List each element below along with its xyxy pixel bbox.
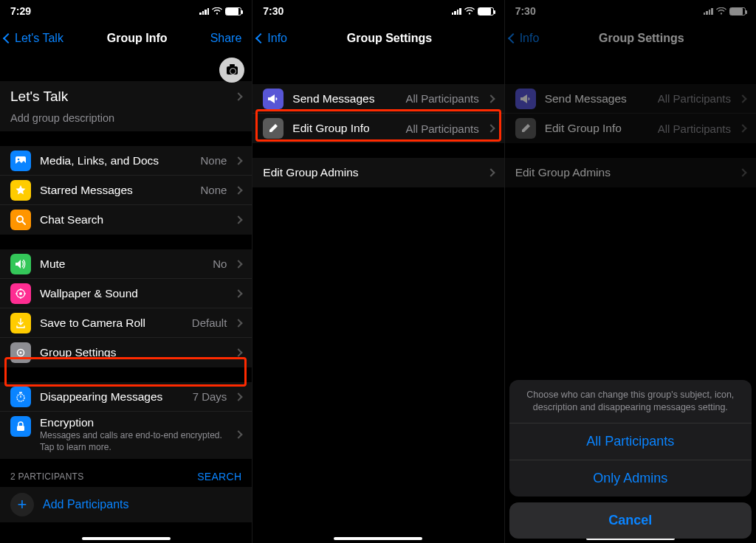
row-label: Mute — [40, 257, 204, 271]
timer-icon — [10, 387, 31, 407]
action-sheet: Choose who can change this group's subje… — [509, 380, 752, 539]
chevron-right-icon — [235, 92, 243, 100]
search-row[interactable]: Chat Search — [0, 205, 252, 235]
dimmed-background: 7:30 Info Group Settings Send Messages A… — [505, 0, 756, 187]
edit-admins-row: Edit Group Admins — [505, 158, 756, 187]
chevron-right-icon — [235, 319, 243, 327]
group-name: Let's Talk — [10, 89, 68, 105]
chevron-right-icon — [738, 124, 746, 132]
media-row[interactable]: Media, Links, and Docs None — [0, 146, 252, 176]
status-bar: 7:30 — [252, 0, 504, 22]
svg-point-5 — [19, 292, 22, 295]
phone-screen-2: 7:30 Info Group Settings Send Messages A… — [252, 0, 504, 543]
edit-group-info-row[interactable]: Edit Group Info All Participants — [252, 114, 504, 143]
signal-icon — [452, 7, 461, 15]
home-indicator[interactable] — [334, 537, 422, 540]
row-value: All Participants — [405, 92, 478, 105]
camera-icon — [227, 66, 238, 75]
sheet-description: Choose who can change this group's subje… — [509, 380, 752, 423]
chevron-left-icon — [508, 33, 518, 44]
encryption-row[interactable]: Encryption Messages and calls are end-to… — [0, 412, 252, 459]
row-label: Send Messages — [545, 92, 649, 106]
megaphone-icon — [263, 89, 284, 109]
chevron-right-icon — [235, 260, 243, 268]
home-indicator[interactable] — [82, 537, 171, 540]
row-label: Save to Camera Roll — [40, 317, 183, 330]
save-row[interactable]: Save to Camera Roll Default — [0, 308, 252, 338]
chevron-right-icon — [738, 168, 746, 176]
back-button: Info — [509, 32, 576, 45]
edit-group-info-row: Edit Group Info All Participants — [505, 114, 756, 143]
chevron-left-icon — [255, 33, 266, 44]
search-participants-button[interactable]: SEARCH — [197, 471, 241, 483]
group-name-row[interactable]: Let's Talk — [0, 81, 252, 108]
share-button[interactable]: Share — [203, 32, 247, 45]
row-value: All Participants — [405, 122, 478, 135]
group-header-section: Let's Talk Add group description — [0, 81, 252, 131]
chevron-right-icon — [235, 156, 243, 165]
row-label: Disappearing Messages — [40, 390, 184, 404]
row-label: Edit Group Info — [292, 122, 396, 135]
status-bar: 7:30 — [505, 0, 756, 22]
row-value: Default — [192, 317, 227, 329]
chevron-right-icon — [487, 168, 495, 176]
option-all-participants[interactable]: All Participants — [509, 423, 752, 460]
row-value: 7 Days — [193, 390, 227, 403]
back-button[interactable]: Info — [257, 32, 323, 45]
lock-icon — [10, 416, 31, 437]
row-label: Edit Group Admins — [263, 166, 478, 179]
chevron-right-icon — [235, 215, 243, 224]
media-section: Media, Links, and Docs None Starred Mess… — [0, 146, 252, 235]
row-label: Edit Group Info — [545, 122, 649, 135]
signal-icon — [199, 7, 209, 15]
chevron-right-icon — [487, 94, 495, 103]
back-button[interactable]: Let's Talk — [4, 32, 71, 45]
row-label: Send Messages — [292, 92, 396, 106]
group-settings-row[interactable]: Group Settings — [0, 338, 252, 367]
status-indicators — [199, 7, 241, 15]
participants-header: 2 PARTICIPANTS SEARCH — [0, 459, 252, 487]
permissions-section: Send Messages All Participants Edit Grou… — [252, 84, 504, 143]
row-value: No — [213, 257, 227, 270]
edit-admins-row[interactable]: Edit Group Admins — [252, 158, 504, 187]
nav-title: Group Settings — [323, 32, 455, 45]
encryption-sublabel: Messages and calls are end-to-end encryp… — [40, 430, 227, 453]
wallpaper-row[interactable]: Wallpaper & Sound — [0, 279, 252, 308]
pencil-icon — [515, 118, 536, 139]
row-value: All Participants — [658, 122, 731, 135]
starred-row[interactable]: Starred Messages None — [0, 176, 252, 205]
send-messages-row[interactable]: Send Messages All Participants — [252, 84, 504, 114]
wifi-icon — [212, 7, 222, 15]
status-indicators — [452, 7, 494, 15]
back-label: Let's Talk — [15, 32, 63, 45]
settings-section: Mute No Wallpaper & Sound Save to Camera… — [0, 249, 252, 367]
row-label: Media, Links, and Docs — [40, 154, 191, 167]
back-label: Info — [267, 32, 287, 45]
download-icon — [10, 313, 31, 333]
chevron-left-icon — [3, 33, 13, 44]
chevron-right-icon — [235, 186, 243, 194]
nav-title: Group Info — [71, 32, 203, 45]
row-value: None — [200, 184, 227, 196]
admins-section: Edit Group Admins — [252, 158, 504, 187]
plus-icon: + — [10, 493, 34, 516]
gear-icon — [10, 342, 31, 363]
svg-point-11 — [20, 352, 22, 354]
group-description-row[interactable]: Add group description — [0, 108, 252, 131]
pencil-icon — [263, 118, 284, 139]
mute-row[interactable]: Mute No — [0, 249, 252, 279]
action-sheet-options: Choose who can change this group's subje… — [509, 380, 752, 497]
participants-count: 2 PARTICIPANTS — [10, 471, 84, 482]
nav-bar: Let's Talk Group Info Share — [0, 22, 252, 55]
add-participants-row[interactable]: + Add Participants — [0, 487, 252, 522]
status-time: 7:29 — [10, 5, 31, 17]
chevron-right-icon — [235, 348, 243, 356]
option-only-admins[interactable]: Only Admins — [509, 460, 752, 497]
disappearing-row[interactable]: Disappearing Messages 7 Days — [0, 382, 252, 412]
chevron-right-icon — [235, 430, 243, 438]
svg-line-3 — [22, 221, 25, 224]
chevron-right-icon — [738, 94, 746, 103]
media-icon — [10, 151, 31, 171]
wallpaper-icon — [10, 283, 31, 304]
cancel-button[interactable]: Cancel — [509, 502, 752, 539]
